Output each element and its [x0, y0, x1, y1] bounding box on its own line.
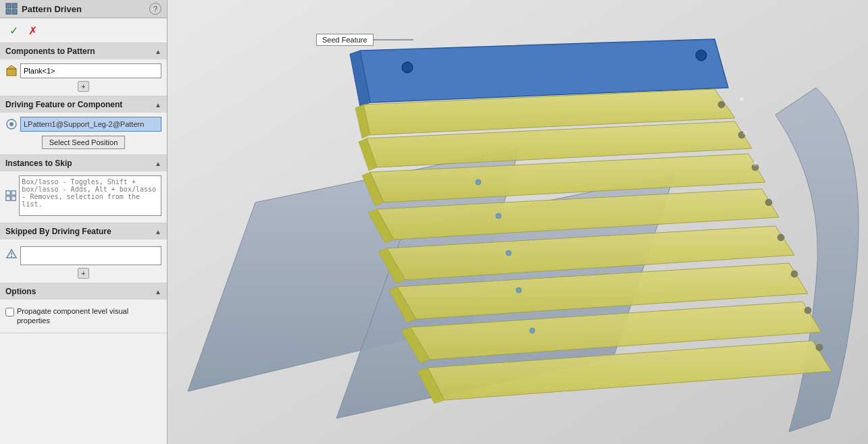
add-component-button[interactable]: + [78, 81, 88, 92]
instances-icon-row: Box/lasso - Toggles, Shift + box/lasso -… [5, 175, 161, 216]
svg-point-45 [816, 344, 823, 351]
section-driving-feature: Driving Feature or Component ▲ Select Se… [0, 96, 167, 155]
svg-rect-1 [12, 3, 17, 8]
components-input[interactable] [20, 63, 161, 78]
skipped-icon [5, 248, 18, 260]
section-options: Options ▲ Propagate component level visu… [0, 283, 167, 333]
svg-rect-0 [6, 3, 11, 8]
svg-point-50 [496, 213, 501, 219]
section-options-header[interactable]: Options ▲ [0, 283, 167, 300]
view-area: Seed Feature [168, 0, 868, 444]
add-skipped-button[interactable]: + [78, 268, 88, 279]
svg-point-51 [506, 250, 511, 256]
svg-rect-4 [7, 69, 16, 76]
svg-point-46 [740, 97, 744, 101]
driving-input-row [5, 117, 161, 132]
svg-rect-10 [6, 196, 10, 200]
instances-icon [5, 190, 16, 202]
svg-point-49 [476, 179, 481, 185]
section-driving-title: Driving Feature or Component [5, 100, 122, 109]
section-skipped-title: Skipped By Driving Feature [5, 227, 111, 236]
svg-point-38 [718, 101, 725, 108]
svg-point-53 [530, 328, 535, 333]
instances-textarea[interactable]: Box/lasso - Toggles, Shift + box/lasso -… [19, 175, 161, 216]
svg-point-52 [516, 287, 521, 293]
section-driving-body: Select Seed Position [0, 113, 167, 155]
section-instances-title: Instances to Skip [5, 159, 72, 168]
section-driving-arrow: ▲ [155, 101, 161, 109]
left-panel: Pattern Driven ? ✓ ✗ Components to Patte… [0, 0, 168, 444]
section-instances-to-skip: Instances to Skip ▲ Box/lasso - Toggles,… [0, 155, 167, 223]
section-components-header[interactable]: Components to Pattern ▲ [0, 43, 167, 59]
section-components-arrow: ▲ [155, 48, 161, 55]
section-components-body: + [0, 59, 167, 96]
propagate-label: Propagate component level visual propert… [17, 306, 161, 326]
panel-header-left: Pattern Driven [5, 3, 82, 15]
svg-rect-11 [11, 196, 16, 200]
section-instances-header[interactable]: Instances to Skip ▲ [0, 155, 167, 171]
svg-point-14 [11, 256, 12, 257]
section-instances-arrow: ▲ [155, 160, 161, 167]
section-components-title: Components to Pattern [5, 47, 95, 56]
section-driving-header[interactable]: Driving Feature or Component ▲ [0, 96, 167, 113]
add-btn-row: + [5, 81, 161, 92]
svg-point-7 [9, 122, 14, 126]
section-options-body: Propagate component level visual propert… [0, 300, 167, 333]
action-row: ✓ ✗ [0, 18, 167, 43]
svg-point-44 [805, 307, 811, 314]
svg-point-43 [791, 271, 798, 277]
svg-point-42 [777, 234, 784, 241]
section-skipped-header[interactable]: Skipped By Driving Feature ▲ [0, 223, 167, 240]
section-skipped-by-driving: Skipped By Driving Feature ▲ + [0, 223, 167, 283]
section-instances-body: Box/lasso - Toggles, Shift + box/lasso -… [0, 171, 167, 223]
section-options-title: Options [5, 287, 36, 296]
pattern-driven-icon [5, 3, 18, 15]
svg-point-41 [765, 199, 772, 206]
svg-rect-3 [12, 9, 17, 14]
svg-rect-8 [6, 191, 10, 195]
help-button[interactable]: ? [149, 3, 161, 15]
driving-feature-icon [5, 118, 18, 130]
scene-svg [168, 0, 868, 444]
svg-point-48 [753, 162, 757, 166]
cancel-button[interactable]: ✗ [24, 22, 41, 38]
svg-point-37 [696, 50, 707, 61]
section-skipped-body: + [0, 240, 167, 283]
skipped-input[interactable] [20, 246, 161, 265]
skipped-input-row [5, 244, 161, 265]
svg-point-47 [743, 131, 747, 135]
svg-marker-5 [7, 65, 16, 69]
svg-point-36 [402, 62, 413, 73]
propagate-checkbox[interactable] [5, 308, 14, 316]
svg-rect-2 [6, 9, 11, 14]
select-seed-position-button[interactable]: Select Seed Position [42, 136, 126, 149]
panel-header: Pattern Driven ? [0, 0, 167, 18]
ok-button[interactable]: ✓ [5, 22, 22, 38]
panel-title: Pattern Driven [22, 4, 82, 14]
driving-feature-input[interactable] [20, 117, 161, 132]
components-input-row [5, 63, 161, 78]
skipped-add-row: + [5, 268, 161, 279]
propagate-checkbox-row: Propagate component level visual propert… [5, 304, 161, 329]
svg-rect-9 [11, 191, 16, 195]
section-components-to-pattern: Components to Pattern ▲ + [0, 43, 167, 96]
section-options-arrow: ▲ [155, 288, 161, 296]
section-skipped-arrow: ▲ [155, 228, 161, 235]
component-icon [5, 65, 18, 77]
